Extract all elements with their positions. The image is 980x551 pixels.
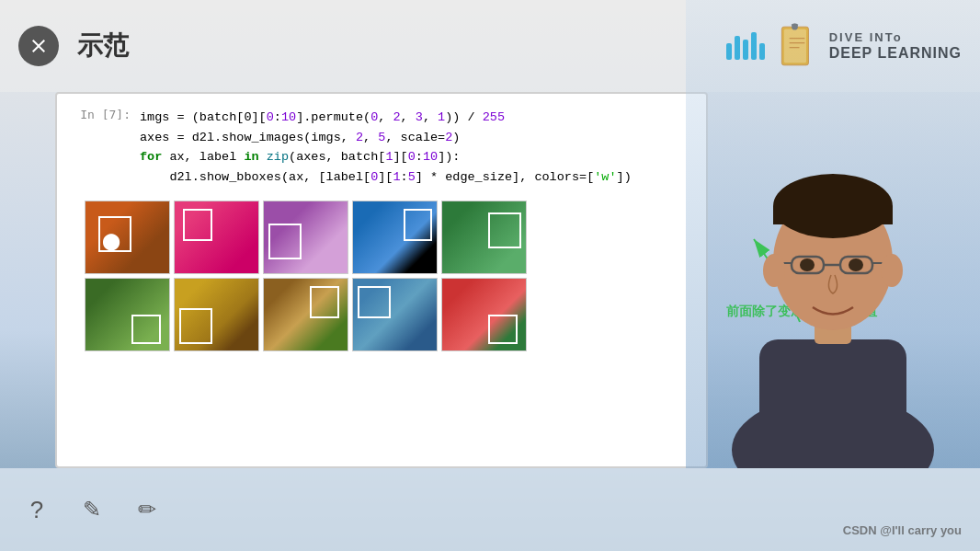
pencil-button[interactable]: ✏: [129, 491, 165, 528]
image-cell-9: [352, 278, 438, 351]
bbox-8: [310, 286, 339, 318]
svg-point-15: [800, 258, 815, 271]
bbox-6: [131, 315, 161, 343]
pencil-icon: ✏: [138, 497, 156, 522]
image-cell-6: [85, 278, 170, 351]
person-silhouette: [704, 100, 962, 468]
image-cell-8: [263, 278, 348, 351]
bbox-2: [183, 209, 212, 241]
code-block: imgs = (batch[0][0:10].permute(0, 2, 3, …: [140, 108, 688, 187]
bbox-1: [98, 216, 131, 252]
close-icon: [28, 35, 50, 57]
image-cell-1: ⬤: [85, 201, 170, 274]
code-line-1: imgs = (batch[0][0:10].permute(0, 2, 3, …: [140, 108, 688, 128]
page-title: 示范: [77, 29, 712, 63]
svg-point-18: [881, 254, 903, 287]
bbox-4: [404, 209, 433, 241]
svg-rect-5: [759, 339, 906, 468]
help-button[interactable]: ?: [18, 491, 55, 528]
edit-icon: ✎: [83, 497, 101, 522]
edit-button[interactable]: ✎: [74, 491, 110, 528]
close-button[interactable]: [18, 26, 59, 66]
bbox-3: [268, 224, 302, 259]
svg-point-17: [763, 254, 785, 287]
images-grid: ⬤: [85, 201, 688, 351]
bbox-10: [488, 315, 518, 343]
bbox-9: [358, 286, 391, 318]
image-cell-4: [352, 201, 438, 274]
bbox-5: [488, 212, 521, 248]
code-line-2: axes = d2l.show_images(imgs, 2, 5, scale…: [140, 128, 688, 148]
csdn-watermark: CSDN @I'll carry you: [843, 523, 962, 537]
image-cell-3: [263, 201, 348, 274]
question-icon: ?: [30, 496, 43, 524]
image-cell-2: [174, 201, 259, 274]
bottom-toolbar: ? ✎ ✏ CSDN @I'll carry you: [0, 468, 980, 551]
code-line-3: for ax, label in zip(axes, batch[1][0:10…: [140, 147, 688, 167]
notebook-cell: In [7]: imgs = (batch[0][0:10].permute(0…: [55, 92, 708, 468]
svg-point-16: [849, 258, 863, 271]
cell-input: In [7]: imgs = (batch[0][0:10].permute(0…: [75, 108, 688, 187]
svg-rect-9: [773, 206, 893, 224]
bbox-7: [179, 308, 212, 344]
image-cell-10: [441, 278, 527, 351]
image-cell-7: [174, 278, 259, 351]
code-line-4: d2l.show_bboxes(ax, [label[0][1:5] * edg…: [140, 167, 688, 188]
images-row-1: ⬤: [85, 201, 688, 274]
person-area: [686, 0, 980, 468]
image-cell-5: [441, 201, 527, 274]
images-row-2: [85, 278, 688, 351]
cell-label: In [7]:: [75, 108, 131, 187]
